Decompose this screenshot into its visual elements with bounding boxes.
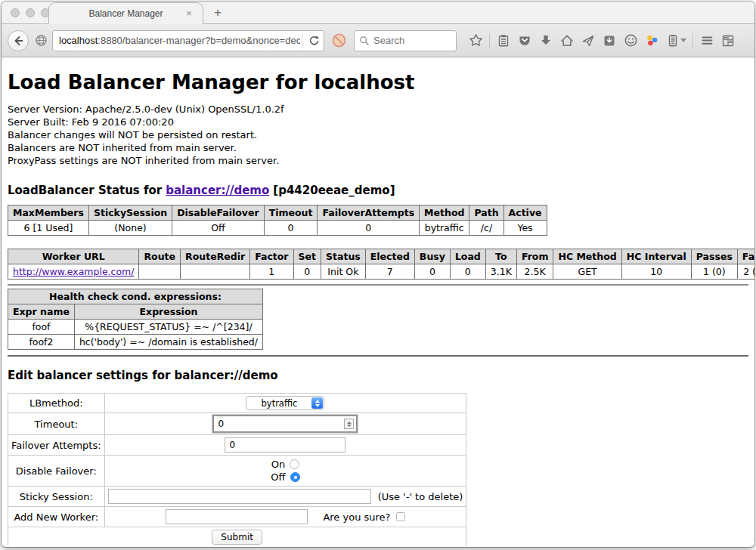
col-load: Load bbox=[450, 249, 485, 264]
timeout-label: Timeout: bbox=[8, 413, 105, 435]
col-worker-url: Worker URL bbox=[8, 249, 139, 264]
col-active: Active bbox=[503, 205, 547, 221]
menu-button[interactable] bbox=[697, 31, 717, 51]
radio-on-label: On bbox=[271, 458, 285, 471]
col-set: Set bbox=[293, 249, 321, 264]
col-to: To bbox=[485, 249, 516, 264]
pocket-button[interactable] bbox=[515, 31, 534, 51]
col-expression: Expression bbox=[74, 304, 262, 320]
server-built-line: Server Built: Feb 9 2016 07:00:20 bbox=[8, 116, 748, 128]
lbmethod-label: LBmethod: bbox=[8, 394, 105, 413]
sticky-session-input[interactable] bbox=[108, 489, 371, 504]
lbmethod-select[interactable]: bytraffic bbox=[246, 396, 324, 410]
cell-hc-interval: 10 bbox=[621, 264, 691, 280]
col-failoverattempts: FailoverAttempts bbox=[318, 205, 420, 221]
notes-clipboard-button[interactable] bbox=[663, 31, 689, 51]
feedback-button[interactable] bbox=[621, 31, 640, 51]
confirm-label: Are you sure? bbox=[323, 511, 390, 523]
tab-close-icon[interactable]: × bbox=[183, 8, 195, 20]
cell-fails: 2 (0) bbox=[737, 264, 754, 280]
home-button[interactable] bbox=[557, 31, 577, 51]
col-passes: Passes bbox=[691, 249, 737, 264]
site-identity-globe-icon[interactable] bbox=[35, 34, 48, 47]
disable-failover-label: Disable Failover: bbox=[8, 456, 105, 487]
col-from: From bbox=[516, 249, 553, 264]
form-row-add-worker: Add New Worker: Are you sure? bbox=[8, 507, 466, 527]
url-text: localhost:8880/balancer-manager?b=demo&n… bbox=[59, 35, 300, 46]
bookmark-star-button[interactable] bbox=[466, 31, 485, 51]
download-arrow-icon bbox=[539, 34, 553, 48]
save-page-button[interactable] bbox=[600, 31, 619, 51]
failover-attempts-label: Failover Attempts: bbox=[8, 435, 105, 456]
cell-status: Init Ok bbox=[321, 264, 366, 280]
extension-dots-button[interactable] bbox=[642, 31, 662, 51]
cell-passes: 1 (0) bbox=[691, 264, 737, 280]
new-tab-button[interactable]: + bbox=[203, 5, 232, 23]
dropdown-caret-icon bbox=[680, 39, 686, 42]
back-button[interactable] bbox=[8, 30, 29, 51]
status-heading-prefix: LoadBalancer Status for bbox=[8, 184, 162, 197]
close-window-button[interactable] bbox=[11, 8, 20, 17]
search-bar[interactable] bbox=[354, 30, 457, 51]
col-hc-method: HC Method bbox=[553, 249, 621, 264]
select-stepper-icon bbox=[311, 397, 323, 409]
cell-route bbox=[139, 264, 181, 280]
number-stepper-icon[interactable] bbox=[344, 419, 354, 429]
failover-attempts-input[interactable] bbox=[225, 437, 345, 453]
lbmethod-selected-value: bytraffic bbox=[262, 398, 298, 409]
col-expr-name: Expr name bbox=[8, 304, 75, 320]
minimize-window-button[interactable] bbox=[26, 8, 35, 17]
table-header-row: Expr name Expression bbox=[8, 304, 263, 320]
reload-button[interactable] bbox=[304, 31, 324, 51]
cell-expr-name: foof bbox=[8, 320, 75, 335]
table-title-row: Health check cond. expressions: bbox=[8, 289, 263, 304]
reading-list-button[interactable] bbox=[494, 31, 513, 51]
timeout-input[interactable] bbox=[213, 416, 357, 432]
tab-bar: Balancer Manager × + bbox=[2, 2, 754, 24]
search-input[interactable] bbox=[373, 35, 442, 46]
col-method: Method bbox=[420, 205, 469, 221]
form-row-sticky-session: Sticky Session: (Use '-' to delete) bbox=[8, 487, 466, 507]
worker-url-link[interactable]: http://www.example.com/ bbox=[13, 266, 134, 277]
col-factor: Factor bbox=[250, 249, 293, 264]
url-bar[interactable]: localhost:8880/balancer-manager?b=demo&n… bbox=[52, 30, 324, 51]
content-blocker-icon[interactable] bbox=[331, 32, 347, 48]
url-path: :8880/balancer-manager?b=demo&nonce=decc… bbox=[98, 35, 300, 46]
cell-expression: %{REQUEST_STATUS} =~ /^[234]/ bbox=[74, 320, 262, 335]
page-content: Load Balancer Manager for localhost Serv… bbox=[2, 57, 754, 546]
tab-balancer-manager[interactable]: Balancer Manager × bbox=[48, 2, 203, 24]
tiles-grid-icon bbox=[721, 34, 735, 48]
cell-to: 3.1K bbox=[485, 264, 516, 280]
cell-from: 2.5K bbox=[516, 264, 553, 280]
table-header-row: MaxMembers StickySession DisableFailover… bbox=[8, 205, 547, 221]
add-worker-input[interactable] bbox=[166, 509, 308, 524]
form-row-lbmethod: LBmethod: bytraffic bbox=[8, 394, 466, 413]
disable-failover-on-radio[interactable] bbox=[290, 459, 299, 469]
table-header-row: Worker URL Route RouteRedir Factor Set S… bbox=[8, 249, 755, 264]
clipboard-icon bbox=[497, 34, 510, 48]
inherit-warning-line: Balancers are NOT inherited from main se… bbox=[8, 141, 748, 154]
tab-tiles-button[interactable] bbox=[718, 31, 738, 51]
send-tab-button[interactable] bbox=[578, 31, 598, 51]
confirm-checkbox[interactable] bbox=[396, 512, 405, 521]
worker-table: Worker URL Route RouteRedir Factor Set S… bbox=[8, 249, 754, 280]
col-busy: Busy bbox=[414, 249, 450, 264]
downloads-button[interactable] bbox=[536, 31, 556, 51]
star-icon bbox=[469, 33, 483, 48]
submit-button[interactable]: Submit bbox=[212, 530, 262, 545]
balancer-status-table: MaxMembers StickySession DisableFailover… bbox=[8, 205, 547, 236]
cell-failoverattempts: 0 bbox=[318, 221, 420, 236]
balancer-link[interactable]: balancer://demo bbox=[166, 184, 269, 197]
proxypass-warning-line: ProxyPass settings are NOT inherited fro… bbox=[8, 154, 748, 167]
tab-title: Balancer Manager bbox=[88, 8, 163, 19]
cell-routeredir bbox=[181, 264, 250, 280]
cell-timeout: 0 bbox=[264, 221, 318, 236]
form-row-failover-attempts: Failover Attempts: bbox=[8, 435, 466, 456]
form-row-disable-failover: Disable Failover: On Off bbox=[8, 456, 466, 487]
toolbar-buttons bbox=[466, 31, 738, 51]
cell-expression: hc('body') =~ /domain is established/ bbox=[74, 335, 262, 350]
window-controls bbox=[11, 8, 50, 17]
url-domain: localhost bbox=[59, 35, 98, 46]
section-divider bbox=[8, 355, 748, 357]
disable-failover-off-radio[interactable] bbox=[290, 472, 300, 482]
